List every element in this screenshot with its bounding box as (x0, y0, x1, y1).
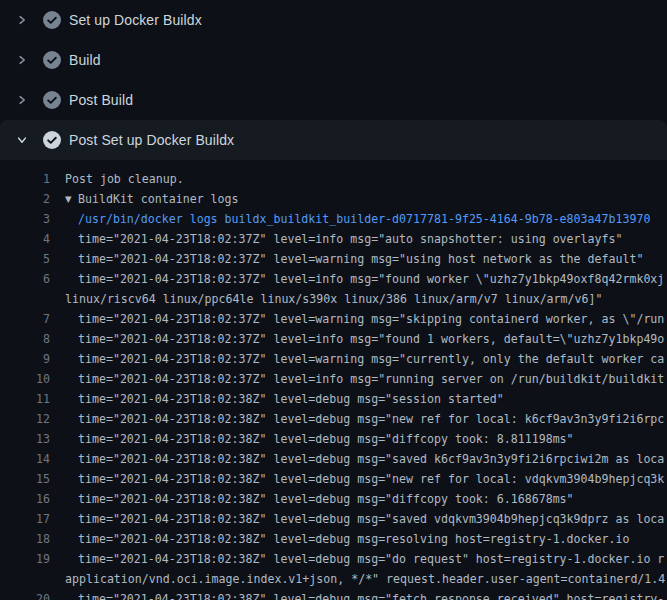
log-line-text: Post job cleanup. (65, 169, 184, 189)
log-area: 1 Post job cleanup. 2 ▼BuildKit containe… (0, 160, 667, 600)
chevron-right-icon (14, 52, 30, 68)
log-line-text: time="2021-04-23T18:02:37Z" level=info m… (78, 369, 664, 389)
step-title: Build (69, 52, 101, 68)
log-line: 2 ▼BuildKit container logs (0, 189, 667, 209)
log-line-text[interactable]: ▼BuildKit container logs (65, 189, 239, 209)
chevron-right-icon (14, 12, 30, 28)
log-line-text: time="2021-04-23T18:02:37Z" level=info m… (78, 329, 664, 349)
log-line-number[interactable]: 18 (0, 529, 50, 549)
log-line-number[interactable]: 19 (0, 549, 50, 569)
chevron-right-icon (14, 92, 30, 108)
log-line-text: time="2021-04-23T18:02:38Z" level=debug … (78, 589, 664, 600)
log-line: 8 time="2021-04-23T18:02:37Z" level=info… (0, 329, 667, 349)
step-title: Post Set up Docker Buildx (69, 132, 234, 148)
log-line-text: time="2021-04-23T18:02:37Z" level=info m… (78, 269, 664, 289)
log-line-text: linux/riscv64 linux/ppc64le linux/s390x … (65, 289, 602, 309)
log-line-text: application/vnd.oci.image.index.v1+json,… (65, 569, 665, 589)
log-line-text: /usr/bin/docker logs buildx_buildkit_bui… (78, 209, 650, 229)
log-line-text: time="2021-04-23T18:02:38Z" level=debug … (78, 509, 664, 529)
log-line-number[interactable]: 15 (0, 469, 50, 489)
log-line-text: time="2021-04-23T18:02:38Z" level=debug … (78, 389, 504, 409)
log-line-number[interactable] (0, 289, 50, 309)
log-line-number[interactable]: 1 (0, 169, 50, 189)
step-section-header[interactable]: Post Build (0, 80, 667, 120)
log-line-text: time="2021-04-23T18:02:37Z" level=info m… (78, 229, 622, 249)
step-section-header[interactable]: Build (0, 40, 667, 80)
log-line-number[interactable]: 16 (0, 489, 50, 509)
step-title: Set up Docker Buildx (69, 12, 202, 28)
chevron-down-icon (14, 132, 30, 148)
log-line-text: time="2021-04-23T18:02:37Z" level=warnin… (78, 309, 664, 329)
log-line-text: time="2021-04-23T18:02:37Z" level=warnin… (78, 349, 664, 369)
log-line-text: time="2021-04-23T18:02:38Z" level=debug … (78, 529, 629, 549)
log-line: linux/riscv64 linux/ppc64le linux/s390x … (0, 289, 667, 309)
log-line: 12 time="2021-04-23T18:02:38Z" level=deb… (0, 409, 667, 429)
log-line: 6 time="2021-04-23T18:02:37Z" level=info… (0, 269, 667, 289)
steps-list: Set up Docker Buildx Build Post Build (0, 0, 667, 160)
log-line-text: time="2021-04-23T18:02:37Z" level=warnin… (78, 249, 643, 269)
check-circle-icon (43, 51, 61, 69)
log-line-number[interactable]: 3 (0, 209, 50, 229)
log-line: 20 time="2021-04-23T18:02:38Z" level=deb… (0, 589, 667, 600)
log-line: 7 time="2021-04-23T18:02:37Z" level=warn… (0, 309, 667, 329)
log-line-text: time="2021-04-23T18:02:38Z" level=debug … (78, 409, 664, 429)
log-line: 19 time="2021-04-23T18:02:38Z" level=deb… (0, 549, 667, 569)
log-line-number[interactable]: 8 (0, 329, 50, 349)
log-line: 13 time="2021-04-23T18:02:38Z" level=deb… (0, 429, 667, 449)
log-line-text: time="2021-04-23T18:02:38Z" level=debug … (78, 489, 574, 509)
log-line-number[interactable]: 7 (0, 309, 50, 329)
step-section-header[interactable]: Set up Docker Buildx (0, 0, 667, 40)
log-line-number[interactable]: 11 (0, 389, 50, 409)
log-line: application/vnd.oci.image.index.v1+json,… (0, 569, 667, 589)
log-line-text: time="2021-04-23T18:02:38Z" level=debug … (78, 469, 664, 489)
group-label[interactable]: BuildKit container logs (78, 192, 239, 206)
log-line-number[interactable]: 9 (0, 349, 50, 369)
log-line: 11 time="2021-04-23T18:02:38Z" level=deb… (0, 389, 667, 409)
log-line-text: time="2021-04-23T18:02:38Z" level=debug … (78, 429, 574, 449)
log-line: 4 time="2021-04-23T18:02:37Z" level=info… (0, 229, 667, 249)
check-circle-icon (43, 91, 61, 109)
log-line: 5 time="2021-04-23T18:02:37Z" level=warn… (0, 249, 667, 269)
log-line: 16 time="2021-04-23T18:02:38Z" level=deb… (0, 489, 667, 509)
log-line-number[interactable] (0, 569, 50, 589)
log-line-number[interactable]: 4 (0, 229, 50, 249)
log-line: 1 Post job cleanup. (0, 169, 667, 189)
log-line: 17 time="2021-04-23T18:02:38Z" level=deb… (0, 509, 667, 529)
log-line: 9 time="2021-04-23T18:02:37Z" level=warn… (0, 349, 667, 369)
check-circle-icon (43, 11, 61, 29)
group-collapse-triangle-icon[interactable]: ▼ (65, 189, 78, 209)
log-line-number[interactable]: 17 (0, 509, 50, 529)
step-section-header[interactable]: Post Set up Docker Buildx (0, 120, 667, 160)
log-line-text: time="2021-04-23T18:02:38Z" level=debug … (78, 449, 664, 469)
log-line: 3 /usr/bin/docker logs buildx_buildkit_b… (0, 209, 667, 229)
log-line: 15 time="2021-04-23T18:02:38Z" level=deb… (0, 469, 667, 489)
log-line: 14 time="2021-04-23T18:02:38Z" level=deb… (0, 449, 667, 469)
log-line-number[interactable]: 5 (0, 249, 50, 269)
log-line-number[interactable]: 14 (0, 449, 50, 469)
log-line: 10 time="2021-04-23T18:02:37Z" level=inf… (0, 369, 667, 389)
step-title: Post Build (69, 92, 133, 108)
log-line-number[interactable]: 12 (0, 409, 50, 429)
log-line-number[interactable]: 6 (0, 269, 50, 289)
log-line-number[interactable]: 13 (0, 429, 50, 449)
log-line-text: time="2021-04-23T18:02:38Z" level=debug … (78, 549, 664, 569)
check-circle-icon (43, 131, 61, 149)
log-line-number[interactable]: 10 (0, 369, 50, 389)
log-line: 18 time="2021-04-23T18:02:38Z" level=deb… (0, 529, 667, 549)
log-line-number[interactable]: 20 (0, 589, 50, 600)
log-line-number[interactable]: 2 (0, 189, 50, 209)
